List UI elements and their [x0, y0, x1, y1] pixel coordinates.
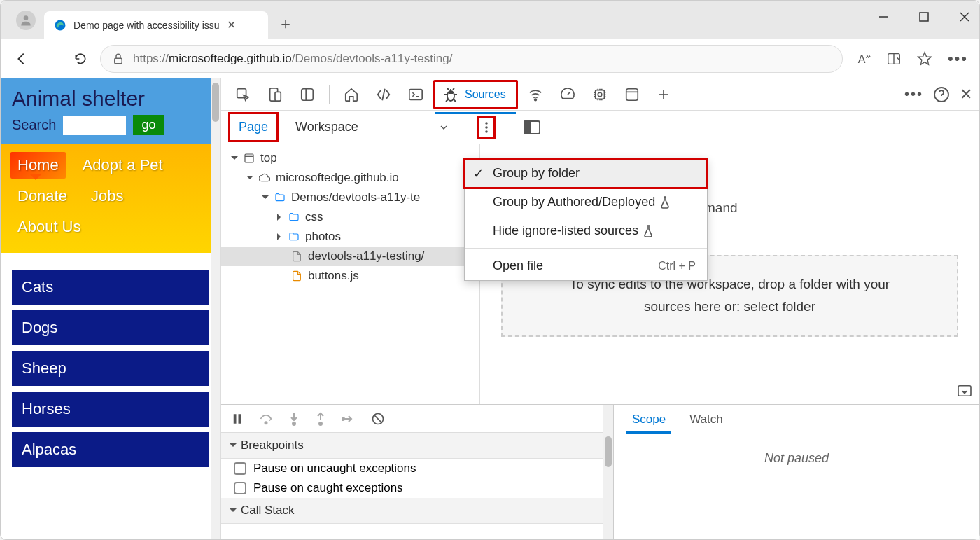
svg-point-0 [24, 15, 29, 20]
tree-folder-demos[interactable]: Demos/devtools-a11y-te [221, 188, 479, 207]
toggle-sidebar-icon[interactable] [524, 120, 540, 134]
flask-icon [659, 196, 671, 209]
console-icon[interactable] [401, 83, 430, 106]
show-drawer-icon[interactable] [957, 385, 972, 397]
more-icon[interactable]: ••• [948, 50, 968, 68]
step-into-icon[interactable] [288, 412, 300, 426]
tab-title: Demo page with accessibility issu [74, 20, 220, 31]
workspace-subtab[interactable]: Workspace [287, 114, 367, 140]
step-out-icon[interactable] [315, 412, 326, 426]
menu-hide-ignore[interactable]: Hide ignore-listed sources [465, 216, 707, 245]
url-field[interactable]: https://microsoftedge.github.io/Demos/de… [100, 45, 843, 73]
category-sheep[interactable]: Sheep [12, 351, 209, 386]
svg-rect-31 [234, 414, 237, 424]
new-tab-button[interactable]: ＋ [278, 13, 293, 34]
maximize-button[interactable] [913, 6, 934, 27]
category-dogs[interactable]: Dogs [12, 310, 209, 345]
svg-point-15 [534, 98, 536, 100]
pause-uncaught-checkbox[interactable]: Pause on uncaught exceptions [221, 459, 613, 478]
nav-donate[interactable]: Donate [10, 183, 74, 209]
page-title: Animal shelter [12, 87, 209, 111]
go-button[interactable]: go [133, 115, 164, 135]
category-cats[interactable]: Cats [12, 270, 209, 305]
refresh-button[interactable] [71, 49, 90, 69]
search-label: Search [12, 117, 56, 133]
reading-icon[interactable] [886, 51, 902, 67]
svg-rect-3 [920, 13, 928, 21]
devtools-more-icon[interactable]: ••• [904, 86, 923, 102]
welcome-icon[interactable] [337, 83, 366, 106]
tab-close-icon[interactable]: ✕ [227, 18, 236, 32]
not-paused-label: Not paused [614, 434, 979, 539]
sources-subbar: Page Workspace [221, 111, 979, 144]
forward-button [41, 49, 61, 69]
step-over-icon[interactable] [259, 413, 273, 425]
pause-caught-checkbox[interactable]: Pause on caught exceptions [221, 478, 613, 498]
svg-rect-13 [410, 89, 422, 99]
step-icon[interactable] [342, 413, 356, 424]
read-aloud-icon[interactable]: A» [858, 50, 871, 66]
tree-file-js[interactable]: buttons.js [221, 266, 479, 286]
svg-point-33 [265, 422, 267, 424]
svg-point-35 [319, 422, 322, 425]
svg-rect-8 [237, 88, 246, 97]
debugger-scrollbar[interactable] [603, 405, 613, 539]
tree-file-html[interactable]: devtools-a11y-testing/ [221, 247, 479, 266]
select-folder-link[interactable]: select folder [744, 299, 816, 314]
bug-icon [442, 86, 459, 103]
breakpoints-section[interactable]: Breakpoints [221, 433, 613, 459]
nav-home[interactable]: Home [10, 152, 66, 179]
minimize-button[interactable] [873, 6, 894, 27]
profile-avatar[interactable] [16, 11, 36, 30]
page-viewport: Animal shelter Search go Home Adopt a Pe… [1, 78, 221, 539]
svg-point-1 [55, 20, 66, 30]
check-icon: ✓ [473, 166, 484, 181]
favorite-icon[interactable] [917, 51, 932, 67]
watch-tab[interactable]: Watch [680, 407, 733, 432]
application-icon[interactable] [617, 83, 647, 106]
nav-jobs[interactable]: Jobs [84, 183, 130, 209]
svg-rect-18 [626, 88, 638, 100]
performance-icon[interactable] [553, 83, 582, 106]
menu-open-file[interactable]: Open file Ctrl + P [465, 251, 707, 280]
tree-top[interactable]: top [221, 148, 479, 168]
sources-more-button[interactable] [477, 116, 496, 139]
close-button[interactable] [954, 6, 975, 27]
help-icon[interactable] [933, 86, 950, 103]
elements-icon[interactable] [369, 83, 398, 106]
menu-group-by-folder[interactable]: ✓ Group by folder [465, 159, 707, 188]
page-subtab[interactable]: Page [228, 112, 279, 142]
memory-icon[interactable] [585, 83, 615, 106]
sources-context-menu: ✓ Group by folder Group by Authored/Depl… [464, 158, 708, 281]
url-text: https://microsoftedge.github.io/Demos/de… [133, 52, 452, 66]
deactivate-breakpoints-icon[interactable] [371, 412, 385, 426]
svg-point-25 [485, 130, 488, 133]
pause-icon[interactable] [231, 413, 244, 425]
sources-tab[interactable]: Sources [433, 80, 518, 109]
tree-folder-photos[interactable]: photos [221, 227, 479, 247]
tree-folder-css[interactable]: css [221, 207, 479, 227]
panel-icon[interactable] [293, 83, 322, 106]
search-input[interactable] [63, 116, 126, 135]
browser-tab[interactable]: Demo page with accessibility issu ✕ [44, 11, 268, 39]
inspect-icon[interactable] [228, 83, 258, 106]
device-icon[interactable] [260, 83, 290, 106]
devtools-close-icon[interactable]: ✕ [960, 85, 972, 104]
tree-host[interactable]: microsoftedge.github.io [221, 168, 479, 188]
svg-rect-32 [239, 414, 241, 424]
nav-about[interactable]: About Us [10, 214, 88, 240]
category-horses[interactable]: Horses [12, 392, 209, 427]
page-scrollbar[interactable] [211, 78, 220, 539]
file-tree: top microsoftedge.github.io Demos/devtoo… [221, 144, 480, 404]
callstack-section[interactable]: Call Stack [221, 498, 613, 524]
chevron-down-icon[interactable] [438, 122, 449, 133]
network-icon[interactable] [521, 83, 550, 106]
svg-point-17 [598, 92, 602, 97]
scope-tab[interactable]: Scope [622, 407, 676, 432]
menu-group-authored[interactable]: Group by Authored/Deployed [465, 188, 707, 216]
svg-rect-10 [275, 92, 281, 101]
nav-adopt[interactable]: Adopt a Pet [76, 152, 170, 179]
more-tabs-button[interactable] [650, 83, 678, 106]
back-button[interactable] [12, 49, 31, 69]
category-alpacas[interactable]: Alpacas [12, 432, 209, 467]
